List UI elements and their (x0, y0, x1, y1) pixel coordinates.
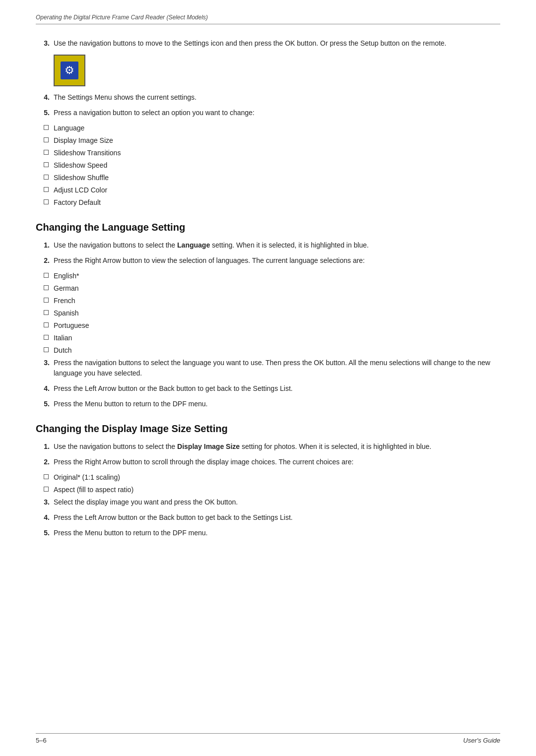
header-title: Operating the Digital Picture Frame Card… (36, 14, 500, 21)
gear-icon: ⚙ (61, 62, 78, 79)
disp-step-1: 1. Use the navigation buttons to select … (36, 441, 500, 452)
list-item: Portuguese (44, 320, 500, 331)
list-item: German (44, 283, 500, 294)
list-item: Display Image Size (44, 135, 500, 146)
display-section-heading: Changing the Display Image Size Setting (36, 423, 500, 435)
disp-step-5: 5. Press the Menu button to return to th… (36, 528, 500, 538)
bullet-icon (44, 310, 49, 315)
bullet-icon (44, 137, 49, 142)
bullet-icon (44, 347, 49, 352)
lang-step-2: 2. Press the Right Arrow button to view … (36, 255, 500, 266)
disp-step-3: 3. Select the display image you want and… (36, 497, 500, 507)
lang-step-5: 5. Press the Menu button to return to th… (36, 399, 500, 409)
display-choices-list: Original* (1:1 scaling) Aspect (fill to … (44, 472, 500, 495)
step-5: 5. Press a navigation button to select a… (36, 108, 500, 118)
bullet-icon (44, 322, 49, 327)
list-item: Factory Default (44, 197, 500, 208)
footer-guide-label: User's Guide (463, 737, 500, 744)
lang-step-4: 4. Press the Left Arrow button or the Ba… (36, 383, 500, 394)
list-item: English* (44, 271, 500, 281)
disp-step-4: 4. Press the Left Arrow button or the Ba… (36, 512, 500, 523)
footer-page-number: 5–6 (36, 737, 47, 744)
list-item: Slideshow Transitions (44, 148, 500, 158)
bullet-icon (44, 187, 49, 192)
list-item: Dutch (44, 345, 500, 356)
list-item: Aspect (fill to aspect ratio) (44, 485, 500, 495)
disp-step-2: 2. Press the Right Arrow button to scrol… (36, 457, 500, 467)
settings-options-list: Language Display Image Size Slideshow Tr… (44, 123, 500, 208)
settings-icon-image: ⚙ (54, 55, 85, 86)
bullet-icon (44, 273, 49, 278)
list-item: Italian (44, 333, 500, 343)
page-footer: 5–6 User's Guide (36, 733, 500, 744)
bullet-icon (44, 335, 49, 340)
page-header: Operating the Digital Picture Frame Card… (36, 14, 500, 24)
list-item: Spanish (44, 308, 500, 318)
list-item: Original* (1:1 scaling) (44, 472, 500, 483)
list-item: Adjust LCD Color (44, 185, 500, 195)
bullet-icon (44, 125, 49, 130)
bullet-icon (44, 199, 49, 204)
bullet-icon (44, 175, 49, 180)
bullet-icon (44, 150, 49, 155)
list-item: Slideshow Shuffle (44, 173, 500, 183)
bullet-icon (44, 285, 49, 290)
step-4: 4. The Settings Menu shows the current s… (36, 92, 500, 103)
list-item: French (44, 296, 500, 306)
language-section-heading: Changing the Language Setting (36, 222, 500, 233)
bullet-icon (44, 298, 49, 303)
bullet-icon (44, 162, 49, 167)
lang-step-1: 1. Use the navigation buttons to select … (36, 240, 500, 251)
bullet-icon (44, 474, 49, 479)
languages-list: English* German French Spanish Portugues… (44, 271, 500, 356)
lang-step-3: 3. Press the navigation buttons to selec… (36, 358, 500, 378)
bullet-icon (44, 487, 49, 492)
list-item: Language (44, 123, 500, 133)
list-item: Slideshow Speed (44, 160, 500, 171)
intro-step-3: 3. Use the navigation buttons to move to… (36, 38, 500, 49)
